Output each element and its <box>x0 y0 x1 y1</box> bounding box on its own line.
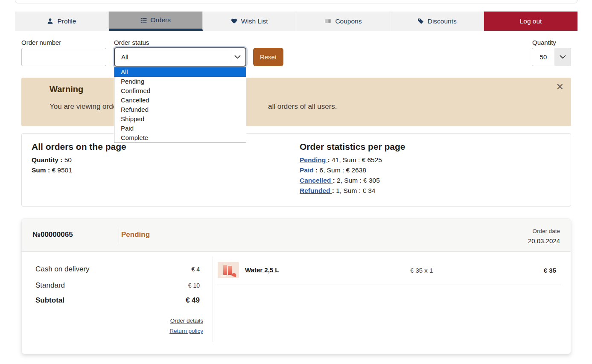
subtotal-label: Subtotal <box>35 296 64 305</box>
orders-summary-panel: All orders on the page Quantity : 50 Sum… <box>21 133 571 207</box>
stat-rest: 2, Sum : € 305 <box>335 177 380 184</box>
order-card-header: №00000065 Pending Order date 20.03.2024 <box>22 219 571 252</box>
summary-quantity-label: Quantity : <box>32 156 64 163</box>
tab-orders-label: Orders <box>151 16 171 24</box>
tab-log-out-label: Log out <box>520 17 542 25</box>
summary-right-title: Order statistics per page <box>300 142 405 152</box>
tab-log-out[interactable]: Log out <box>484 12 577 31</box>
tab-wish-list-label: Wish List <box>241 17 268 25</box>
summary-left-title: All orders on the page <box>32 142 126 152</box>
order-links: Order details Return policy <box>35 317 203 335</box>
stat-rest: 6, Sum : € 2638 <box>318 166 366 174</box>
product-thumbnail[interactable] <box>218 262 239 278</box>
order-status-dropdown-list: All Pending Confirmed Cancelled Refunded… <box>114 67 246 143</box>
payment-method: Cash on delivery <box>35 265 90 274</box>
stat-line-cancelled: Cancelled : 2, Sum : € 305 <box>300 178 405 183</box>
tab-discounts[interactable]: Discounts <box>390 12 484 31</box>
dropdown-option-shipped[interactable]: Shipped <box>114 114 246 124</box>
tab-profile[interactable]: Profile <box>15 12 109 31</box>
stat-line-refunded: Refunded : 1, Sum : € 34 <box>300 188 405 193</box>
warning-text-right: all orders of all users. <box>268 102 337 111</box>
account-orders-page: Profile Orders Wish List <box>0 0 592 364</box>
shipping-row: Standard € 10 <box>35 281 200 290</box>
thumbnail-art <box>223 265 227 275</box>
stat-link-refunded[interactable]: Refunded <box>300 187 332 194</box>
summary-sum-line: Sum : € 9501 <box>32 168 126 172</box>
order-details-link[interactable]: Order details <box>170 317 203 324</box>
stat-link-pending[interactable]: Pending <box>300 156 327 163</box>
dropdown-option-all[interactable]: All <box>114 67 246 77</box>
order-date-value: 20.03.2024 <box>528 237 560 245</box>
quantity-select[interactable]: 50 <box>532 48 571 66</box>
shipping-method: Standard <box>35 281 65 290</box>
order-card-body: Cash on delivery € 4 Standard € 10 Subto… <box>22 252 571 354</box>
quantity-selected-value: 50 <box>532 48 554 66</box>
stat-link-cancelled[interactable]: Cancelled <box>300 177 333 184</box>
heart-icon <box>231 18 237 24</box>
header-divider <box>119 227 119 245</box>
summary-sum-value: € 9501 <box>52 166 72 174</box>
stat-line-pending: Pending : 41, Sum : € 6525 <box>300 157 405 162</box>
list-icon <box>140 17 147 23</box>
thumbnail-art <box>231 272 237 277</box>
payment-fee: € 4 <box>192 266 200 273</box>
dropdown-option-refunded[interactable]: Refunded <box>114 105 246 114</box>
tab-coupons[interactable]: Coupons <box>296 12 390 31</box>
order-date-label: Order date <box>532 228 560 234</box>
stat-rest: 1, Sum : € 34 <box>334 187 376 194</box>
tab-orders[interactable]: Orders <box>109 12 203 31</box>
order-card: №00000065 Pending Order date 20.03.2024 … <box>21 218 571 354</box>
stat-link-paid[interactable]: Paid <box>300 166 315 174</box>
product-total: € 35 <box>544 267 556 274</box>
summary-quantity-value: 50 <box>64 156 72 163</box>
subtotal-value: € 49 <box>186 296 200 305</box>
item-divider <box>217 285 561 285</box>
warning-title: Warning <box>50 84 83 94</box>
quantity-label: Quantity <box>532 39 556 46</box>
summary-statistics: Order statistics per page Pending : 41, … <box>300 142 405 193</box>
chevron-down-icon <box>229 55 245 59</box>
account-tabbar: Profile Orders Wish List <box>15 12 577 31</box>
column-divider <box>213 256 213 342</box>
summary-quantity-line: Quantity : 50 <box>32 158 126 162</box>
shipping-fee: € 10 <box>188 282 200 289</box>
warning-text-left: You are viewing orders <box>50 102 123 111</box>
tab-coupons-label: Coupons <box>335 17 362 25</box>
order-item-row: Water 2,5 L € 35 x 1 € 35 <box>217 262 561 279</box>
dropdown-option-paid[interactable]: Paid <box>114 124 246 133</box>
tag-icon <box>417 18 424 24</box>
order-number: №00000065 <box>32 230 73 239</box>
order-status-select[interactable]: All <box>114 47 246 67</box>
tab-profile-label: Profile <box>57 17 76 25</box>
return-policy-link[interactable]: Return policy <box>169 328 203 334</box>
subtotal-row: Subtotal € 49 <box>35 296 200 305</box>
order-number-label: Order number <box>21 39 61 46</box>
thumbnail-art <box>221 275 226 277</box>
user-icon <box>47 18 53 24</box>
dropdown-option-complete[interactable]: Complete <box>114 133 246 143</box>
payment-row: Cash on delivery € 4 <box>35 265 200 274</box>
order-status-label: Order status <box>114 39 149 46</box>
chevron-down-icon <box>554 48 571 66</box>
barcode-icon <box>324 18 331 24</box>
thumbnail-art <box>228 266 232 275</box>
stat-line-paid: Paid : 6, Sum : € 2638 <box>300 168 405 172</box>
cut-off-container-edge <box>15 0 577 3</box>
summary-sum-label: Sum : <box>32 166 52 174</box>
order-number-input[interactable] <box>21 48 106 66</box>
order-status-badge: Pending <box>121 230 150 239</box>
product-price-qty: € 35 x 1 <box>410 267 433 274</box>
summary-all-orders: All orders on the page Quantity : 50 Sum… <box>32 142 126 172</box>
warning-banner: Warning You are viewing orders all order… <box>21 78 571 126</box>
product-name-link[interactable]: Water 2,5 L <box>245 266 279 274</box>
close-icon[interactable]: ✕ <box>556 82 564 92</box>
dropdown-option-pending[interactable]: Pending <box>114 77 246 86</box>
stat-rest: 41, Sum : € 6525 <box>330 156 382 163</box>
reset-button[interactable]: Reset <box>253 48 283 66</box>
dropdown-option-cancelled[interactable]: Cancelled <box>114 96 246 105</box>
dropdown-option-confirmed[interactable]: Confirmed <box>114 86 246 96</box>
tab-wish-list[interactable]: Wish List <box>203 12 297 31</box>
tab-discounts-label: Discounts <box>428 17 457 25</box>
order-status-selected-value: All <box>115 53 229 61</box>
